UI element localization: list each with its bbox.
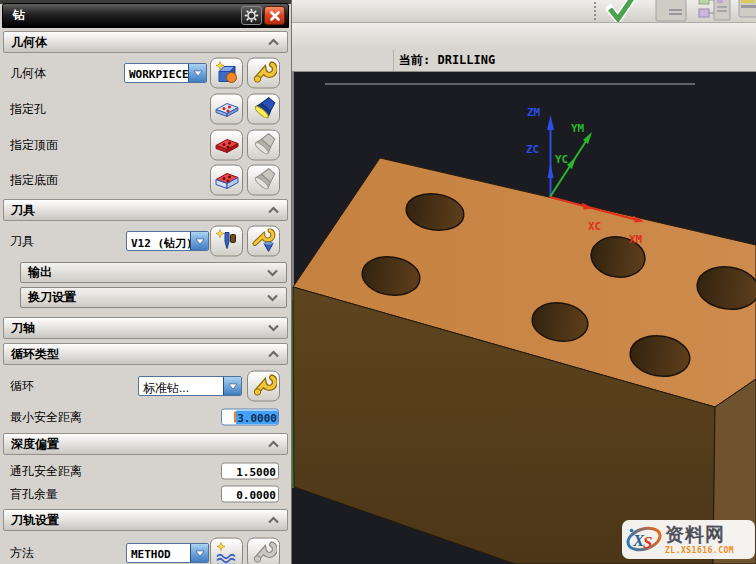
toolbar-separator	[594, 2, 597, 20]
cycle-select[interactable]: 标准钻...	[138, 376, 242, 396]
wrench-icon	[251, 60, 277, 86]
dropdown-arrow-icon[interactable]	[188, 64, 206, 82]
method-label: 方法	[10, 545, 34, 562]
row-through-clearance: 通孔安全距离 1.5000	[0, 460, 291, 482]
section-title: 几何体	[11, 34, 47, 51]
new-geometry-button[interactable]	[210, 58, 243, 89]
row-specify-bottom: 指定底面	[0, 163, 291, 197]
min-clearance-input[interactable]: 3.0000	[221, 409, 279, 426]
toolbar-machine-icon[interactable]	[738, 0, 756, 22]
axis-label-yc: YC	[555, 153, 568, 166]
section-header-path-settings[interactable]: 刀轨设置	[3, 509, 288, 531]
close-icon	[269, 10, 281, 22]
specify-top-label: 指定顶面	[10, 137, 58, 154]
through-clearance-label: 通孔安全距离	[10, 463, 82, 480]
new-method-button[interactable]	[210, 538, 243, 564]
generate-check-icon[interactable]	[606, 0, 636, 22]
axis-label-xm: XM	[629, 233, 643, 246]
new-method-icon	[214, 540, 240, 564]
dialog-title: 钻	[3, 7, 25, 24]
section-title: 刀具	[11, 202, 35, 219]
status-bar: 当前: DRILLING	[292, 50, 756, 72]
section-title: 刀轴	[11, 320, 35, 337]
wrench-disabled-icon	[251, 540, 277, 564]
application-window: 当前: DRILLING	[0, 0, 756, 564]
edit-cycle-button[interactable]	[247, 371, 280, 402]
watermark-site-name: 资料网	[665, 525, 725, 545]
row-specify-top: 指定顶面	[0, 128, 291, 162]
blind-stock-label: 盲孔余量	[10, 486, 58, 503]
chevron-down-icon	[267, 324, 280, 332]
edit-tool-button[interactable]	[247, 226, 280, 257]
row-geometry: 几何体 WORKPIECE	[0, 56, 291, 90]
row-cycle: 循环 标准钻...	[0, 369, 291, 403]
row-tool: 刀具 V12 (钻刀)	[0, 224, 291, 258]
section-title: 深度偏置	[11, 436, 59, 453]
geometry-label: 几何体	[10, 65, 46, 82]
section-header-depth-offset[interactable]: 深度偏置	[3, 433, 288, 455]
chevron-up-icon	[267, 38, 280, 46]
dropdown-arrow-icon[interactable]	[223, 377, 241, 395]
tool-label: 刀具	[10, 233, 34, 250]
display-holes-button[interactable]	[247, 94, 280, 125]
geometry-select[interactable]: WORKPIECE	[124, 63, 207, 83]
flashlight-disabled-icon	[251, 132, 277, 158]
method-select[interactable]: METHOD	[126, 543, 209, 563]
dialog-settings-button[interactable]	[241, 6, 262, 25]
display-bottom-surface-button[interactable]	[247, 165, 280, 196]
row-min-clearance: 最小安全距离 3.0000	[0, 405, 291, 429]
top-toolbar	[292, 0, 756, 23]
method-select-value: METHOD	[127, 544, 190, 562]
section-header-geometry[interactable]: 几何体	[3, 31, 288, 53]
watermark: X S 资料网 ZL.XS1616.COM	[622, 520, 755, 559]
row-method: 方法 METHOD	[0, 536, 291, 564]
row-blind-stock: 盲孔余量 0.0000	[0, 483, 291, 505]
gear-icon	[244, 8, 259, 23]
section-header-tool-axis[interactable]: 刀轴	[3, 317, 288, 339]
row-specify-holes: 指定孔	[0, 92, 291, 126]
min-clearance-label: 最小安全距离	[10, 409, 82, 426]
min-clearance-value: 3.0000	[236, 410, 278, 424]
select-bottom-surface-button[interactable]	[210, 165, 243, 196]
watermark-logo-icon: X S	[625, 523, 663, 556]
edit-tool-icon	[251, 228, 277, 254]
cycle-label: 循环	[10, 378, 34, 395]
chevron-up-icon	[267, 440, 280, 448]
select-holes-button[interactable]	[210, 94, 243, 125]
edit-geometry-button[interactable]	[247, 58, 280, 89]
through-clearance-input[interactable]: 1.5000	[221, 463, 279, 480]
dialog-close-button[interactable]	[264, 6, 285, 25]
current-operation-status: 当前: DRILLING	[393, 50, 756, 71]
tool-select[interactable]: V12 (钻刀)	[126, 231, 209, 251]
toolbar-empty-band	[292, 23, 756, 50]
toolbar-tree-icon[interactable]	[698, 0, 732, 22]
chevron-down-icon	[266, 269, 279, 277]
dialog-titlebar[interactable]: 钻	[2, 3, 289, 28]
geometry-select-value: WORKPIECE	[125, 64, 188, 82]
chevron-up-icon	[267, 206, 280, 214]
chevron-up-icon	[267, 350, 280, 358]
axis-label-zm: ZM	[527, 106, 541, 119]
subsection-tool-change[interactable]: 换刀设置	[20, 287, 287, 308]
new-geometry-icon	[214, 60, 240, 86]
edit-method-button[interactable]	[247, 538, 280, 564]
dropdown-arrow-icon[interactable]	[190, 232, 208, 250]
toolbar-dialog-icon[interactable]	[655, 0, 687, 22]
flashlight-icon	[251, 96, 277, 122]
axis-label-ym: YM	[571, 122, 585, 135]
display-top-surface-button[interactable]	[247, 130, 280, 161]
section-title: 循环类型	[11, 346, 59, 363]
bottom-surface-icon	[214, 167, 240, 193]
cycle-select-value: 标准钻...	[139, 377, 223, 395]
dropdown-arrow-icon[interactable]	[190, 544, 208, 562]
top-surface-icon	[214, 132, 240, 158]
graphics-viewport[interactable]: ZM ZC YM YC XC XM	[292, 72, 756, 564]
section-header-tool[interactable]: 刀具	[3, 199, 288, 221]
section-header-cycle-type[interactable]: 循环类型	[3, 343, 288, 365]
blind-stock-input[interactable]: 0.0000	[221, 486, 279, 503]
new-tool-button[interactable]	[210, 226, 243, 257]
subsection-title: 输出	[28, 264, 52, 281]
subsection-output[interactable]: 输出	[20, 262, 287, 283]
select-top-surface-button[interactable]	[210, 130, 243, 161]
chevron-down-icon	[266, 294, 279, 302]
